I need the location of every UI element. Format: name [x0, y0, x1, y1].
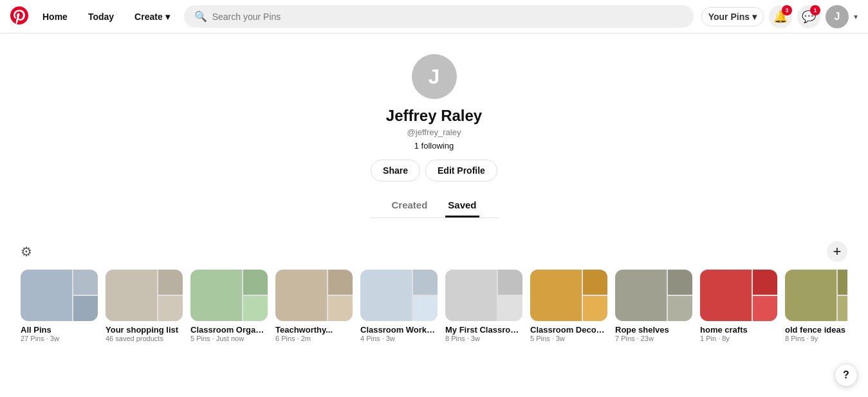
board-thumb-main — [360, 270, 412, 321]
board-thumb-sm-top — [838, 270, 847, 295]
board-title: All Pins — [21, 325, 98, 335]
board-thumb-main — [615, 270, 667, 321]
board-thumb-sm-bottom — [73, 296, 98, 321]
board-thumb-sm-bottom — [328, 296, 353, 321]
board-thumb-side — [668, 270, 692, 321]
nav-right: Your Pins ▾ 🔔 3 💬 1 J ▾ — [701, 5, 858, 28]
board-title: Classroom Organization — [190, 325, 268, 335]
board-title: home crafts — [700, 325, 777, 335]
board-card-old-fence-ideas[interactable]: old fence ideas 8 Pins · 9y — [785, 270, 847, 342]
board-thumb-main — [445, 270, 497, 321]
board-thumb-sm-top — [668, 270, 692, 295]
board-meta: 7 Pins · 23w — [615, 335, 692, 342]
edit-profile-button[interactable]: Edit Profile — [425, 160, 497, 181]
board-thumb-sm-top — [73, 270, 98, 295]
notifications-badge: 3 — [782, 5, 792, 15]
board-thumb-sm-bottom — [753, 296, 777, 321]
board-thumbnail — [615, 270, 692, 321]
nav-today[interactable]: Today — [82, 8, 120, 26]
board-thumb-main — [785, 270, 836, 321]
your-pins-btn[interactable]: Your Pins ▾ — [701, 7, 764, 26]
board-card-shopping-list[interactable]: Your shopping list 46 saved products — [106, 270, 183, 342]
search-bar[interactable]: 🔍 — [184, 5, 694, 28]
board-card-teachworthy[interactable]: Teachworthy... 6 Pins · 2m — [275, 270, 353, 342]
chevron-down-icon-2: ▾ — [752, 12, 757, 22]
navbar: Home Today Create ▾ 🔍 Your Pins ▾ 🔔 3 💬 … — [0, 0, 868, 33]
boards-section: ⚙ + All Pins 27 Pins · 3w Your shopp — [0, 234, 868, 355]
board-thumbnail — [21, 270, 98, 321]
board-meta: 27 Pins · 3w — [21, 335, 98, 342]
board-thumb-side — [753, 270, 777, 321]
nav-create[interactable]: Create ▾ — [128, 8, 176, 26]
board-thumb-sm-bottom — [668, 296, 692, 321]
board-thumb-sm-bottom — [498, 296, 522, 321]
board-thumb-sm-top — [583, 270, 607, 295]
board-card-my-first-classroom[interactable]: My First Classroom 8 Pins · 3w — [445, 270, 522, 342]
board-thumb-main — [275, 270, 327, 321]
notifications-btn[interactable]: 🔔 3 — [769, 5, 792, 28]
board-thumb-sm-bottom — [243, 296, 268, 321]
tab-created[interactable]: Created — [389, 194, 430, 217]
board-thumb-side — [328, 270, 353, 321]
board-thumb-sm-top — [498, 270, 522, 295]
board-card-classroom-org[interactable]: Classroom Organization 5 Pins · Just now — [190, 270, 268, 342]
board-thumb-side — [583, 270, 607, 321]
profile-avatar: J — [412, 54, 457, 99]
boards-toolbar: ⚙ + — [21, 241, 847, 262]
board-card-rope-shelves[interactable]: Rope shelves 7 Pins · 23w — [615, 270, 692, 342]
profile-following: 1 following — [414, 141, 454, 151]
board-thumb-sm-bottom — [583, 296, 607, 321]
board-meta: 46 saved products — [106, 335, 183, 342]
share-button[interactable]: Share — [371, 160, 420, 181]
board-thumbnail — [275, 270, 353, 321]
filter-icon[interactable]: ⚙ — [21, 244, 32, 259]
chevron-down-icon-3: ▾ — [854, 12, 858, 21]
board-title: Classroom Worksheets — [360, 325, 438, 335]
tab-saved[interactable]: Saved — [445, 194, 479, 217]
board-title: Your shopping list — [106, 325, 183, 335]
add-board-button[interactable]: + — [827, 241, 847, 262]
chevron-down-icon: ▾ — [165, 12, 170, 22]
profile-section: J Jeffrey Raley @jeffrey_raley 1 followi… — [0, 33, 868, 234]
board-thumb-main — [530, 270, 582, 321]
board-thumb-sm-top — [753, 270, 777, 295]
board-card-all-pins[interactable]: All Pins 27 Pins · 3w — [21, 270, 98, 342]
board-title: old fence ideas — [785, 325, 847, 335]
profile-tabs: Created Saved — [370, 194, 499, 218]
board-thumb-main — [190, 270, 242, 321]
board-thumb-sm-bottom — [838, 296, 847, 321]
boards-grid: All Pins 27 Pins · 3w Your shopping list… — [21, 270, 847, 347]
board-thumb-side — [413, 270, 438, 321]
board-thumbnail — [106, 270, 183, 321]
board-thumbnail — [700, 270, 777, 321]
board-thumbnail — [530, 270, 607, 321]
board-thumbnail — [190, 270, 268, 321]
user-avatar-btn[interactable]: J — [826, 5, 849, 28]
board-thumb-side — [838, 270, 847, 321]
board-meta: 1 Pin · 8y — [700, 335, 777, 342]
messages-btn[interactable]: 💬 1 — [797, 5, 820, 28]
search-icon: 🔍 — [194, 10, 207, 23]
board-meta: 5 Pins · 3w — [530, 335, 607, 342]
board-meta: 5 Pins · Just now — [190, 335, 268, 342]
board-thumb-sm-top — [243, 270, 268, 295]
board-meta: 6 Pins · 2m — [275, 335, 353, 342]
search-input[interactable] — [212, 12, 683, 22]
board-thumbnail — [445, 270, 522, 321]
board-thumb-side — [498, 270, 522, 321]
board-thumb-sm-bottom — [158, 296, 183, 321]
profile-actions: Share Edit Profile — [371, 160, 497, 181]
board-card-classroom-decoration[interactable]: Classroom Decoration... 5 Pins · 3w — [530, 270, 607, 342]
board-thumb-sm-top — [158, 270, 183, 295]
nav-home[interactable]: Home — [36, 8, 74, 26]
board-card-classroom-worksheets[interactable]: Classroom Worksheets 4 Pins · 3w — [360, 270, 438, 342]
board-meta: 4 Pins · 3w — [360, 335, 438, 342]
board-title: My First Classroom — [445, 325, 522, 335]
pinterest-logo[interactable] — [10, 6, 28, 27]
profile-name: Jeffrey Raley — [386, 107, 482, 125]
board-thumb-main — [106, 270, 157, 321]
board-thumb-side — [243, 270, 268, 321]
board-thumb-sm-top — [328, 270, 353, 295]
board-thumb-main — [21, 270, 72, 321]
board-card-home-crafts[interactable]: home crafts 1 Pin · 8y — [700, 270, 777, 342]
